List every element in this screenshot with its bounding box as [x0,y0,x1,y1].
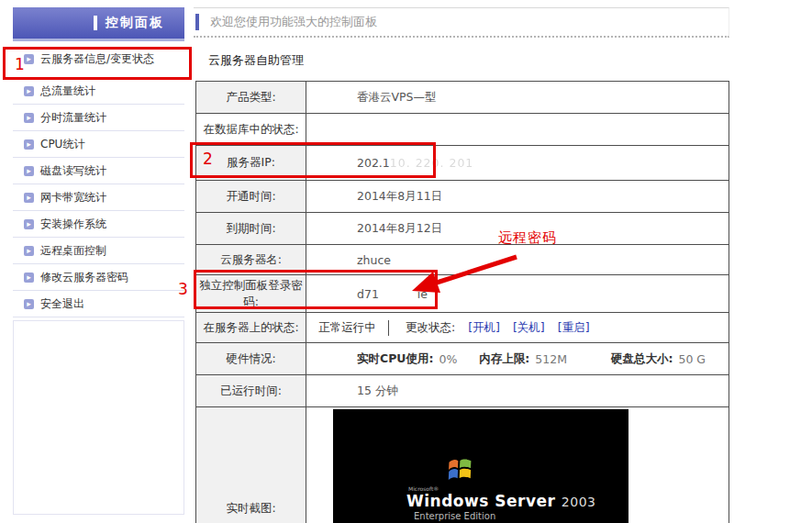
os-year: 2003 [562,495,596,509]
arrow-bullet-icon: ▸ [24,273,34,283]
status-value-cell: 正常运行中 更改状态: [开机] [关机] [重启] [306,313,729,343]
table-row-panel-password: 独立控制面板登录密码: d71ie [196,275,729,313]
table-row-server-name: 云服务器名: zhuce [196,245,729,275]
welcome-text: 欢迎您使用功能强大的控制面板 [210,14,377,30]
os-title: Windows Server 2003 [406,492,596,510]
windows-server-logo: Microsoft® Windows Server 2003 Enterpris… [406,457,596,521]
table-row-product: 产品类型: 香港云VPS—型 [196,82,729,114]
windows-flag-icon [447,457,474,482]
reboot-link[interactable]: [重启] [558,320,590,336]
sidebar-item-2[interactable]: ▸分时流量统计 [13,105,184,131]
change-status-label: 更改状态: [406,320,455,336]
sidebar-item-6[interactable]: ▸安装操作系统 [13,211,184,238]
table-row-server-ip: 服务器IP: 202.110. 220. 201 [196,146,729,181]
cpu-usage-value: 0% [439,352,457,366]
title-accent-bar [94,16,97,30]
table-row-open-date: 开通时间: 2014年8月11日 [196,181,729,213]
server-ip-value: 202.110. 220. 201 [306,146,729,181]
uptime-value: 15 分钟 [306,375,729,407]
sidebar-item-7[interactable]: ▸远程桌面控制 [13,238,184,264]
sidebar-item-label: 云服务器信息/变更状态 [40,51,154,67]
arrow-bullet-icon: ▸ [24,54,34,64]
uptime-label: 已运行时间: [196,375,306,407]
panel-password-label: 独立控制面板登录密码: [196,275,306,313]
sidebar-item-9[interactable]: ▸安全退出 [13,291,184,317]
sidebar-empty-panel [13,320,184,515]
password-end: ie [417,287,428,301]
arrow-bullet-icon: ▸ [24,166,34,176]
table-row-db-status: 在数据库中的状态: [196,114,729,146]
db-status-value [306,114,729,146]
arrow-bullet-icon: ▸ [24,219,34,229]
arrow-bullet-icon: ▸ [24,86,34,96]
sidebar-item-label: 分时流量统计 [40,110,106,126]
sidebar: 控制面板 ▸云服务器信息/变更状态▸总流量统计▸分时流量统计▸CPU统计▸磁盘读… [13,7,184,515]
sidebar-item-label: 安装操作系统 [40,217,106,232]
power-on-link[interactable]: [开机] [468,320,500,336]
table-row-status: 在服务器上的状态: 正常运行中 更改状态: [开机] [关机] [重启] [196,313,729,343]
microsoft-brand-text: Microsoft® [408,485,596,492]
server-ip-label: 服务器IP: [196,146,306,181]
open-date-label: 开通时间: [196,181,306,213]
power-off-link[interactable]: [关机] [513,320,545,336]
sidebar-item-1[interactable]: ▸总流量统计 [13,78,184,105]
panel-password-value: d71ie [306,275,729,313]
sidebar-item-label: 总流量统计 [40,83,95,99]
sidebar-item-label: 远程桌面控制 [40,243,106,259]
memory-limit-value: 512M [535,352,567,366]
arrow-bullet-icon: ▸ [24,193,34,203]
password-start: d71 [357,287,379,301]
screenshot-label: 实时截图: [196,407,306,523]
table-row-hardware: 硬件情况: 实时CPU使用: 0% 内存上限: 512M 硬盘总大小: 50 G [196,343,729,375]
hardware-value-cell: 实时CPU使用: 0% 内存上限: 512M 硬盘总大小: 50 G [306,343,729,375]
table-row-screenshot: 实时截图: Microsoft® Windows [196,407,729,523]
screenshot-cell: Microsoft® Windows Server 2003 Enterpris… [306,407,729,523]
server-name-value: zhuce [306,245,729,275]
table-row-expire-date: 到期时间: 2014年8月12日 [196,213,729,245]
sidebar-title: 控制面板 [106,15,164,31]
sidebar-item-4[interactable]: ▸磁盘读写统计 [13,158,184,184]
os-title-text: Windows Server [406,492,555,510]
sidebar-item-label: 安全退出 [40,296,84,312]
sidebar-item-label: 修改云服务器密码 [40,270,128,285]
db-status-label: 在数据库中的状态: [196,114,306,146]
disk-size-label: 硬盘总大小: [611,351,673,367]
os-edition: Enterprise Edition [414,511,596,521]
sidebar-item-5[interactable]: ▸网卡带宽统计 [13,184,184,211]
main-content: 欢迎您使用功能强大的控制面板 云服务器自助管理 产品类型: 香港云VPS—型 在… [194,7,729,38]
disk-size-value: 50 G [678,352,706,366]
hardware-label: 硬件情况: [196,343,306,375]
sidebar-item-label: CPU统计 [40,137,84,152]
sidebar-item-label: 网卡带宽统计 [40,190,106,206]
sidebar-item-label: 磁盘读写统计 [40,163,106,179]
status-running-badge: 正常运行中 [306,320,389,336]
accent-bar [195,14,199,30]
memory-limit-label: 内存上限: [479,351,529,367]
sidebar-item-3[interactable]: ▸CPU统计 [13,131,184,158]
expire-date-value: 2014年8月12日 [306,213,729,245]
live-screenshot-image: Microsoft® Windows Server 2003 Enterpris… [333,409,628,523]
ip-masked-part: 10. 220. 201 [390,156,474,170]
arrow-bullet-icon: ▸ [24,246,34,256]
sidebar-header: 控制面板 [13,7,184,41]
table-row-uptime: 已运行时间: 15 分钟 [196,375,729,407]
arrow-bullet-icon: ▸ [24,139,34,150]
server-info-table: 产品类型: 香港云VPS—型 在数据库中的状态: 服务器IP: 202.110.… [195,81,729,523]
page-title: 云服务器自助管理 [208,52,304,69]
sidebar-menu: ▸云服务器信息/变更状态▸总流量统计▸分时流量统计▸CPU统计▸磁盘读写统计▸网… [13,41,184,317]
sidebar-item-0[interactable]: ▸云服务器信息/变更状态 [13,41,184,78]
arrow-bullet-icon: ▸ [24,299,34,309]
status-label: 在服务器上的状态: [196,313,306,343]
open-date-value: 2014年8月11日 [306,181,729,213]
sidebar-item-8[interactable]: ▸修改云服务器密码 [13,264,184,291]
ip-visible-part: 202.1 [357,156,390,170]
welcome-banner: 欢迎您使用功能强大的控制面板 [194,7,729,38]
server-name-label: 云服务器名: [196,245,306,275]
product-type-value: 香港云VPS—型 [306,82,729,114]
product-type-label: 产品类型: [196,82,306,114]
expire-date-label: 到期时间: [196,213,306,245]
arrow-bullet-icon: ▸ [24,113,34,123]
cpu-usage-label: 实时CPU使用: [357,351,433,367]
